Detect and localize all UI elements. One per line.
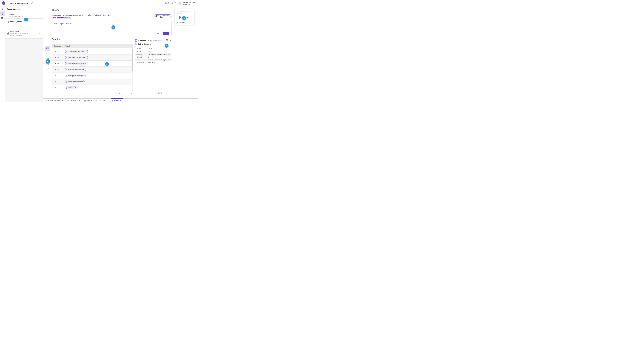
add-to-selection-button[interactable]: + [55,50,56,52]
app-logo-icon[interactable]: S [2,1,5,5]
search-input[interactable] [10,26,40,27]
properties-table-header: Name Value [135,48,172,50]
table-row[interactable]: +− Sales Associate Summit [52,66,133,73]
property-row: name Staplers Mechanical Engineering [135,58,172,61]
menu-item-collapse[interactable]: » Collapse [175,21,194,23]
clear-button[interactable]: Clear [154,32,161,35]
show-query-box-toggle[interactable]: Show Query Box [154,14,172,18]
add-to-selection-button[interactable]: + [55,87,56,89]
next-page-icon[interactable]: › [168,92,172,94]
remove-from-selection-button[interactable]: − [58,81,58,83]
expand-rail-button[interactable]: » [0,99,5,101]
remove-from-selection-button[interactable]: − [58,74,58,77]
edit-title-pencil-icon[interactable] [31,2,33,4]
entity-pill[interactable]: Staplers Mechanical Engi... [65,50,88,53]
panel-empty-area [5,38,43,102]
stored-query-file-icon [7,32,9,35]
table-row[interactable]: +− Attendance Certificate [52,79,133,85]
close-tab-icon[interactable]: ✕ [120,100,121,101]
properties-doc-icon [135,40,137,42]
user-avatar[interactable]: KS [178,2,182,5]
toggle-track-icon [156,15,159,17]
tab-label: Dashboard [70,100,77,101]
callout-badge-5: 5 [46,59,50,64]
previous-page-icon[interactable]: ‹ [165,92,168,94]
property-value: 2020-02-11 [148,62,172,64]
entity-label: Entity: [138,43,143,45]
close-tab-icon[interactable]: ✕ [79,100,80,101]
entity-dot-icon [66,81,67,82]
column-header-selection[interactable]: Selection [52,45,63,47]
rail-save-button[interactable] [0,16,5,21]
entity-pill-label: Innovations in Mechanical... [68,63,87,64]
share-view-button[interactable] [45,51,50,56]
entity-dot-icon [66,50,67,52]
tab-link-chart[interactable]: Link Chart ✕ [96,98,109,102]
close-tab-icon[interactable]: ✕ [107,100,108,101]
remove-from-selection-button[interactable]: − [58,56,58,59]
collapse-section-icon[interactable]: ⌃ [40,21,41,22]
callout-badge-6: 6 [182,16,186,20]
column-header-name: Name [135,48,148,50]
entity-pill[interactable]: Innovations in Mechanical... [65,62,88,65]
add-to-selection-button[interactable]: + [55,56,56,59]
add-to-selection-button[interactable]: + [55,74,56,77]
help-button[interactable]: ? [172,2,176,5]
entity-pill[interactable]: Attendance Certificate [65,80,84,83]
results-pagination: 1-23 of 23 ‹ › [52,91,133,96]
add-to-selection-button[interactable]: + [55,62,56,65]
close-properties-icon[interactable]: ✕ [170,39,172,41]
properties-entity-link[interactable]: Staplers Mechanic... [148,40,163,42]
callout-badge-4: 4 [165,44,168,48]
tab-query[interactable]: { } Query ✕ [112,98,122,102]
tab-knowledge-graph[interactable]: Knowledge Graph ✕ [45,98,64,102]
close-tab-icon[interactable]: ✕ [62,100,63,101]
tab-label: Knowledge Graph [48,100,60,101]
close-tab-icon[interactable]: ✕ [91,100,92,101]
tab-label: Map [86,100,90,101]
entity-pill[interactable]: Managment Techniques [65,74,86,77]
previous-page-icon[interactable]: ‹ [126,92,130,94]
table-row[interactable]: +− New Metal Office Suppliers [52,54,133,60]
query-text: MATCH (e) RETURN (e) [54,23,72,25]
tab-dashboard[interactable]: Dashboard ✕ [66,98,80,102]
entity-pill[interactable]: Firebird Title [65,86,78,89]
close-panel-icon[interactable]: ✕ [40,8,41,10]
page-title: Company Management [8,2,28,4]
rail-schema-button[interactable] [0,6,5,11]
stored-queries-header[interactable]: Stored Queries ⌃ [5,19,43,24]
run-button[interactable]: Run [163,32,169,35]
remove-from-selection-button[interactable]: − [58,62,58,65]
remove-from-selection-button[interactable]: − [58,68,58,71]
stored-query-options-icon[interactable]: ··· [39,32,41,34]
entity-pill[interactable]: Sales Associate Summit [65,68,86,71]
table-row[interactable]: +− Managment Techniques [52,73,133,79]
braces-icon: { } [177,16,178,20]
tab-map[interactable]: Map ✕ [84,98,92,102]
add-to-selection-button[interactable]: + [55,81,56,83]
remove-from-selection-button[interactable]: − [58,50,58,52]
table-row[interactable]: +− Innovations in Mechanical... [52,60,133,66]
stored-query-basic-query[interactable]: Basic Query Basic query that returns all… [5,29,43,38]
add-selection-icon[interactable] [166,39,168,41]
scrollbar-thumb[interactable] [132,49,133,71]
remove-from-selection-button[interactable]: − [58,87,58,89]
resize-handle-icon[interactable] [170,29,171,30]
learn-more-link[interactable]: Learn more about Query [52,17,71,18]
sidebar-item-query[interactable]: { } Query Create new queries [5,12,43,18]
table-scrollbar[interactable] [132,48,133,91]
table-row[interactable]: +− Staplers Mechanical Engi... [52,48,133,54]
entity-pill-label: Staplers Mechanical Engi... [68,50,86,52]
results-table: Selection Value 0 +− Staplers Mechanical… [52,44,133,96]
table-row[interactable]: +− Firebird Title [52,85,133,91]
search-button[interactable] [165,2,169,5]
entity-pill[interactable]: New Metal Office Suppliers [65,56,88,59]
add-to-selection-button[interactable]: + [55,68,56,71]
rail-contents-button[interactable] [0,11,5,16]
entity-dot-icon [66,56,67,58]
table-view-button[interactable] [45,46,50,51]
properties-panel: Properties: Staplers Mechanic... ✕ Entit… [135,39,172,64]
next-page-icon[interactable]: › [130,92,133,94]
user-menu[interactable]: Knowledge Studio publisher2 [183,1,196,5]
column-header-value0[interactable]: Value 0 [63,44,133,48]
